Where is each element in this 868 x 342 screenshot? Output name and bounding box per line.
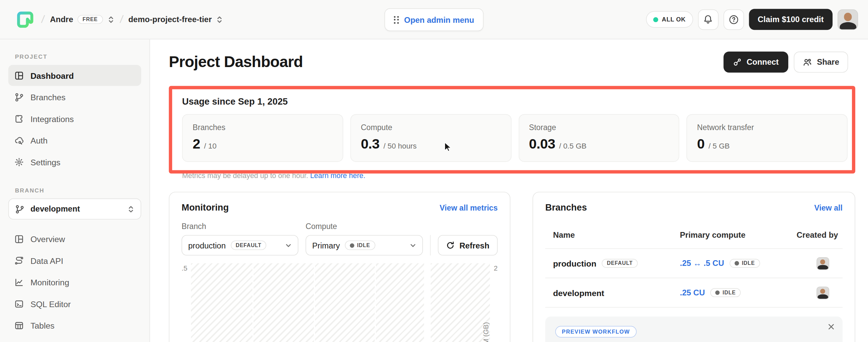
refresh-label: Refresh	[460, 241, 489, 250]
help-button[interactable]	[723, 9, 744, 29]
chevron-updown-icon	[127, 205, 134, 213]
sidebar-item-branches[interactable]: Branches	[8, 86, 141, 108]
usage-card-compute: Compute 0.3 / 50 hours	[350, 114, 512, 162]
status-indicator[interactable]: ALL OK	[646, 11, 693, 28]
table-header-row: Name Primary compute Created by	[545, 222, 842, 248]
notifications-button[interactable]	[698, 9, 718, 29]
project-selector[interactable]: demo-project-free-tier	[128, 15, 223, 24]
branch-name[interactable]: development	[553, 288, 604, 297]
status-dot-icon	[653, 17, 658, 22]
app-window: / Andre FREE / demo-project-free-tier	[0, 0, 868, 342]
sidebar-item-settings[interactable]: Settings	[8, 151, 141, 172]
breadcrumb: / Andre FREE / demo-project-free-tier	[10, 11, 223, 28]
user-avatar	[816, 286, 829, 299]
y-tick-left: .5	[182, 263, 187, 272]
git-branch-icon	[15, 204, 25, 213]
avatar-head	[844, 13, 852, 21]
usage-card-label: Compute	[361, 123, 501, 132]
org-selector[interactable]: Andre FREE	[50, 15, 114, 24]
idle-status-badge: IDLE	[345, 241, 375, 250]
usage-card-quota: / 10	[204, 142, 216, 150]
usage-card-value: 0.3	[361, 136, 379, 152]
usage-title: Usage since Sep 1, 2025	[182, 96, 847, 107]
open-admin-menu-button[interactable]: Open admin menu	[384, 8, 484, 31]
data-api-icon	[14, 256, 24, 265]
learn-more-link[interactable]: Learn more here.	[310, 171, 365, 180]
project-name: demo-project-free-tier	[128, 15, 212, 24]
sidebar-item-overview[interactable]: Overview	[8, 228, 141, 250]
connect-button[interactable]: Connect	[723, 52, 788, 73]
neon-logo-icon[interactable]	[17, 11, 34, 28]
branch-selector[interactable]: development	[8, 199, 141, 220]
ram-chart: .5 2 RAM (GB)	[182, 263, 498, 342]
sidebar-section-project: PROJECT	[15, 53, 150, 60]
refresh-button[interactable]: Refresh	[438, 235, 498, 256]
sidebar-item-data-api[interactable]: Data API	[8, 250, 141, 271]
git-branch-icon	[14, 92, 24, 102]
branch-selector-value: development	[30, 204, 80, 213]
default-badge: DEFAULT	[231, 241, 267, 250]
sidebar: PROJECT Dashboard Branches	[0, 39, 150, 342]
avatar-shoulders	[840, 22, 856, 29]
close-icon	[828, 323, 835, 330]
branch-select-label: Branch	[182, 222, 299, 230]
sidebar-item-dashboard[interactable]: Dashboard	[8, 65, 141, 86]
controls-divider	[430, 235, 431, 256]
monitoring-branch-select[interactable]: production DEFAULT	[182, 235, 299, 256]
sidebar-item-label: SQL Editor	[30, 299, 71, 309]
sidebar-item-monitoring[interactable]: Monitoring	[8, 272, 141, 293]
idle-status-badge: IDLE	[730, 259, 760, 268]
chart-gridline	[314, 263, 315, 342]
branch-select-value: production	[188, 241, 226, 250]
avatar-shoulders	[818, 265, 828, 269]
view-all-branches-link[interactable]: View all	[814, 203, 842, 212]
sidebar-section-branch: BRANCH	[15, 187, 150, 194]
chart-gridline	[375, 263, 376, 342]
close-promo-button[interactable]	[828, 323, 835, 330]
help-icon	[728, 14, 739, 25]
idle-label: IDLE	[742, 260, 755, 266]
sidebar-item-label: Auth	[30, 136, 48, 145]
dashboard-grid-icon	[14, 71, 24, 80]
sidebar-item-sql-editor[interactable]: SQL Editor	[8, 293, 141, 314]
user-avatar[interactable]	[838, 9, 858, 29]
usage-card-value: 2	[192, 136, 200, 152]
table-row-production[interactable]: production DEFAULT .25 ↔ .5 CU IDLE	[545, 249, 842, 278]
usage-card-network: Network transfer 0 / 5 GB	[686, 114, 847, 162]
share-label: Share	[817, 58, 839, 66]
sidebar-item-auth[interactable]: Auth	[8, 130, 141, 151]
monitoring-compute-select[interactable]: Primary IDLE	[305, 235, 423, 256]
sidebar-item-label: Dashboard	[30, 71, 74, 80]
preview-workflow-promo: PREVIEW WORKFLOW	[545, 316, 842, 342]
share-people-icon	[802, 57, 812, 67]
branch-name[interactable]: production	[553, 258, 596, 268]
chevron-updown-icon	[107, 15, 114, 24]
share-button[interactable]: Share	[794, 52, 848, 73]
branches-panel: Branches View all Name Primary compute C…	[532, 192, 855, 342]
connect-label: Connect	[746, 58, 779, 66]
view-all-metrics-link[interactable]: View all metrics	[440, 203, 498, 212]
tables-icon	[14, 320, 24, 330]
usage-card-quota: / 50 hours	[383, 142, 416, 150]
plan-badge: FREE	[78, 15, 103, 24]
sidebar-item-integrations[interactable]: Integrations	[8, 108, 141, 129]
idle-label: IDLE	[357, 243, 370, 248]
compute-size-link[interactable]: .25 ↔ .5 CU	[680, 259, 724, 267]
idle-dot-icon	[715, 290, 720, 295]
sidebar-item-label: Data API	[30, 256, 63, 265]
avatar-head	[820, 289, 826, 294]
row-divider	[545, 307, 842, 308]
usage-card-quota: / 0.5 GB	[559, 142, 587, 150]
usage-card-value: 0	[697, 136, 705, 152]
user-avatar	[816, 257, 829, 269]
overview-grid-icon	[14, 234, 24, 244]
admin-menu-label: Open admin menu	[404, 15, 474, 24]
usage-card-quota: / 5 GB	[709, 142, 730, 150]
claim-credit-button[interactable]: Claim $100 credit	[749, 9, 833, 30]
idle-dot-icon	[350, 243, 354, 248]
idle-status-badge: IDLE	[710, 288, 740, 297]
compute-size-link[interactable]: .25 CU	[680, 288, 705, 297]
chart-empty-area	[191, 263, 490, 342]
sidebar-item-tables[interactable]: Tables	[8, 315, 141, 336]
table-row-development[interactable]: development .25 CU IDLE	[545, 278, 842, 307]
